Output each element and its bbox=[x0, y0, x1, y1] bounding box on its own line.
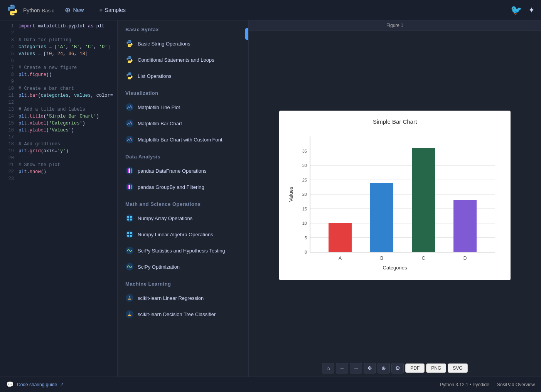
sample-label: scikit-learn Decision Tree Classifier bbox=[138, 311, 216, 317]
svg-point-6 bbox=[129, 73, 129, 73]
new-button[interactable]: ⊕ New bbox=[60, 3, 88, 17]
sample-item[interactable]: scikit-learn Decision Tree Classifier bbox=[118, 306, 248, 322]
code-line: 4categories = ['A', 'B', 'C', 'D'] bbox=[0, 44, 117, 51]
bar bbox=[329, 223, 352, 252]
samples-button[interactable]: ≡ Samples bbox=[94, 5, 130, 15]
notification-button[interactable]: 🐦 bbox=[511, 5, 522, 15]
svg-text:D: D bbox=[463, 256, 467, 261]
toolbar-zoom-button[interactable]: ⊕ bbox=[378, 363, 390, 373]
code-line: 19plt.grid(axis='y') bbox=[0, 148, 117, 155]
app-name-label: SosiPad Overview bbox=[497, 382, 535, 387]
svg-rect-23 bbox=[130, 219, 132, 220]
python-icon bbox=[125, 39, 134, 48]
sample-label: Matplotlib Line Plot bbox=[138, 104, 180, 110]
svg-text:30: 30 bbox=[302, 163, 307, 168]
numpy-icon bbox=[125, 214, 134, 222]
code-line: 13# Add a title and labels bbox=[0, 107, 117, 114]
sample-item[interactable]: List Operations bbox=[118, 68, 248, 84]
sample-item[interactable]: Conditional Statements and Loops bbox=[118, 52, 248, 68]
numpy-icon bbox=[125, 230, 134, 239]
svg-text:B: B bbox=[380, 256, 383, 261]
svg-point-1 bbox=[13, 14, 14, 15]
code-line: 11plt.bar(categories, values, color= bbox=[0, 93, 117, 100]
code-line: 22plt.show() bbox=[0, 169, 117, 176]
svg-point-10 bbox=[126, 136, 133, 143]
code-line: 12 bbox=[0, 100, 117, 107]
sample-item[interactable]: Numpy Array Operations bbox=[118, 210, 248, 226]
python-version-label: Python 3.12.1 • Pyodide bbox=[440, 382, 489, 387]
toolbar-config-button[interactable]: ⚙ bbox=[391, 363, 404, 373]
python-logo-icon bbox=[6, 4, 19, 16]
toolbar-home-button[interactable]: ⌂ bbox=[322, 363, 334, 373]
svg-point-19 bbox=[126, 214, 133, 222]
python-icon bbox=[125, 56, 134, 64]
matplotlib-icon bbox=[125, 135, 134, 144]
toolbar-pan-button[interactable]: ✥ bbox=[364, 363, 376, 373]
code-sharing-link[interactable]: Code sharing guide bbox=[17, 382, 57, 387]
sample-item[interactable]: scikit-learn Linear Regression bbox=[118, 290, 248, 306]
sample-label: Matplotlib Bar Chart with Custom Font bbox=[138, 137, 222, 143]
external-link-icon: ↗ bbox=[60, 382, 64, 387]
section-header: Machine Learning bbox=[118, 275, 248, 290]
svg-rect-12 bbox=[128, 168, 129, 173]
sample-item[interactable]: Basic String Operations bbox=[118, 35, 248, 52]
sample-item[interactable]: Matplotlib Line Plot bbox=[118, 99, 248, 115]
toolbar-back-button[interactable]: ← bbox=[336, 363, 348, 373]
code-line: 1import matplotlib.pyplot as plt bbox=[0, 24, 117, 30]
main-layout: 1import matplotlib.pyplot as plt23# Data… bbox=[0, 20, 541, 377]
code-line: 2 bbox=[0, 30, 117, 37]
scipy-icon bbox=[125, 246, 134, 255]
sample-label: pandas DataFrame Operations bbox=[138, 168, 206, 174]
svg-point-24 bbox=[126, 230, 133, 238]
sample-item[interactable]: Matplotlib Bar Chart with Custom Font bbox=[118, 131, 248, 148]
matplotlib-icon bbox=[125, 119, 134, 128]
sample-item[interactable]: pandas GroupBy and Filtering bbox=[118, 179, 248, 195]
export-pdf-button[interactable]: PDF bbox=[405, 363, 425, 373]
sample-label: pandas GroupBy and Filtering bbox=[138, 184, 204, 190]
svg-point-36 bbox=[129, 314, 130, 315]
sample-item[interactable]: SciPy Optimization bbox=[118, 259, 248, 275]
sample-label: List Operations bbox=[138, 73, 171, 79]
svg-text:0: 0 bbox=[305, 250, 307, 254]
bar bbox=[412, 148, 435, 252]
samples-icon: ≡ bbox=[99, 7, 102, 13]
code-line: 10# Create a bar chart bbox=[0, 86, 117, 93]
svg-point-33 bbox=[129, 298, 130, 299]
topbar-right: 🐦 ✦ bbox=[511, 5, 535, 15]
export-svg-button[interactable]: SVG bbox=[448, 363, 467, 373]
code-line: 9 bbox=[0, 79, 117, 86]
chart-title: Simple Bar Chart bbox=[287, 118, 503, 125]
svg-text:C: C bbox=[422, 256, 425, 261]
app-title: PythonBasic bbox=[22, 6, 54, 14]
bottombar-right: Python 3.12.1 • Pyodide SosiPad Overview bbox=[440, 382, 535, 387]
sample-item[interactable]: Matplotlib Bar Chart bbox=[118, 115, 248, 131]
sample-item[interactable]: SciPy Statistics and Hypothesis Testing bbox=[118, 242, 248, 259]
settings-button[interactable]: ✦ bbox=[528, 5, 535, 15]
svg-point-3 bbox=[130, 46, 130, 46]
code-line: 6 bbox=[0, 58, 117, 65]
bottombar: 💬 Code sharing guide ↗ Python 3.12.1 • P… bbox=[0, 377, 541, 392]
export-png-button[interactable]: PNG bbox=[426, 363, 446, 373]
svg-rect-25 bbox=[127, 232, 129, 234]
svg-rect-26 bbox=[130, 232, 132, 234]
app-logo: PythonBasic bbox=[6, 4, 54, 16]
svg-text:A: A bbox=[339, 256, 342, 261]
scipy-icon bbox=[125, 262, 134, 271]
figure-tab: Figure 1 bbox=[249, 20, 541, 31]
code-line: 8plt.figure() bbox=[0, 72, 117, 79]
sample-label: SciPy Optimization bbox=[138, 264, 180, 270]
code-line: 21# Show the plot bbox=[0, 162, 117, 169]
svg-rect-14 bbox=[131, 168, 132, 173]
svg-rect-27 bbox=[127, 235, 129, 237]
python-icon bbox=[125, 72, 134, 80]
section-header: Visualization bbox=[118, 84, 248, 99]
toolbar-forward-button[interactable]: → bbox=[350, 363, 362, 373]
matplotlib-icon bbox=[125, 103, 134, 111]
sample-label: Matplotlib Bar Chart bbox=[138, 121, 182, 126]
section-header: Math and Science Operations bbox=[118, 195, 248, 210]
svg-rect-13 bbox=[129, 168, 130, 173]
sample-item[interactable]: Numpy Linear Algebra Operations bbox=[118, 226, 248, 242]
sample-item[interactable]: pandas DataFrame Operations bbox=[118, 163, 248, 179]
svg-point-7 bbox=[130, 78, 130, 79]
output-panel: Figure 1 Simple Bar Chart 05101520253035… bbox=[249, 20, 541, 377]
